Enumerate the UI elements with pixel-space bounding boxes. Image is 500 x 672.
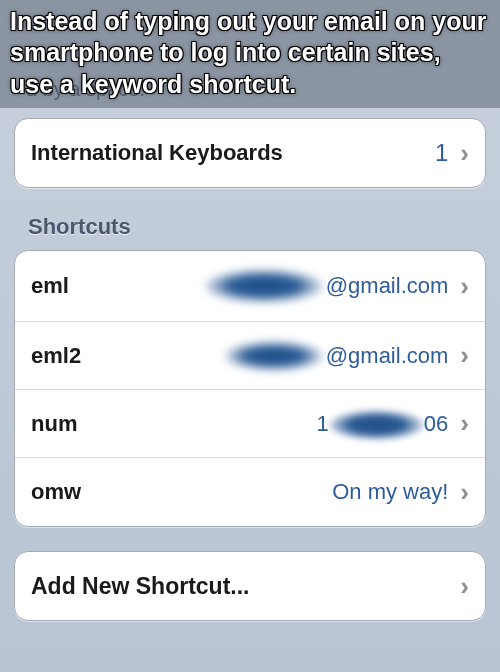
chevron-right-icon: ›	[460, 138, 469, 169]
shortcuts-section-header: Shortcuts	[0, 188, 500, 250]
international-keyboards-row[interactable]: International Keyboards 1 ›	[15, 119, 485, 187]
overlay-tip-text: Instead of typing out your email on your…	[0, 0, 500, 108]
shortcut-suffix: 06	[424, 411, 448, 437]
shortcut-value: On my way!	[332, 479, 448, 505]
shortcuts-group: eml @gmail.com › eml2 @gmail.com › num 1…	[14, 250, 486, 527]
shortcut-prefix: 1	[317, 411, 329, 437]
chevron-right-icon: ›	[460, 340, 469, 371]
redacted-blur	[204, 269, 324, 303]
shortcut-row-num[interactable]: num 106 ›	[15, 390, 485, 458]
shortcut-row-omw[interactable]: omw On my way! ›	[15, 458, 485, 526]
international-keyboards-label: International Keyboards	[31, 140, 283, 166]
shortcut-value: @gmail.com	[204, 269, 449, 303]
shortcut-value: 106	[317, 409, 449, 439]
chevron-right-icon: ›	[460, 571, 469, 602]
add-shortcut-group: Add New Shortcut... ›	[14, 551, 486, 621]
shortcut-key: num	[31, 411, 77, 437]
add-new-shortcut-row[interactable]: Add New Shortcut... ›	[15, 552, 485, 620]
chevron-right-icon: ›	[460, 271, 469, 302]
shortcut-suffix: @gmail.com	[326, 273, 449, 299]
redacted-blur	[224, 341, 324, 371]
international-keyboards-count: 1	[435, 139, 448, 167]
keyboards-group: International Keyboards 1 ›	[14, 118, 486, 188]
chevron-right-icon: ›	[460, 408, 469, 439]
shortcut-row-eml2[interactable]: eml2 @gmail.com ›	[15, 322, 485, 390]
redacted-blur	[329, 410, 424, 440]
shortcut-key: omw	[31, 479, 81, 505]
chevron-right-icon: ›	[460, 477, 469, 508]
shortcut-key: eml2	[31, 343, 81, 369]
shortcut-row-eml[interactable]: eml @gmail.com ›	[15, 251, 485, 322]
shortcut-suffix: @gmail.com	[326, 343, 449, 369]
shortcut-key: eml	[31, 273, 69, 299]
add-new-shortcut-label: Add New Shortcut...	[31, 573, 250, 600]
shortcut-value: @gmail.com	[224, 341, 449, 371]
